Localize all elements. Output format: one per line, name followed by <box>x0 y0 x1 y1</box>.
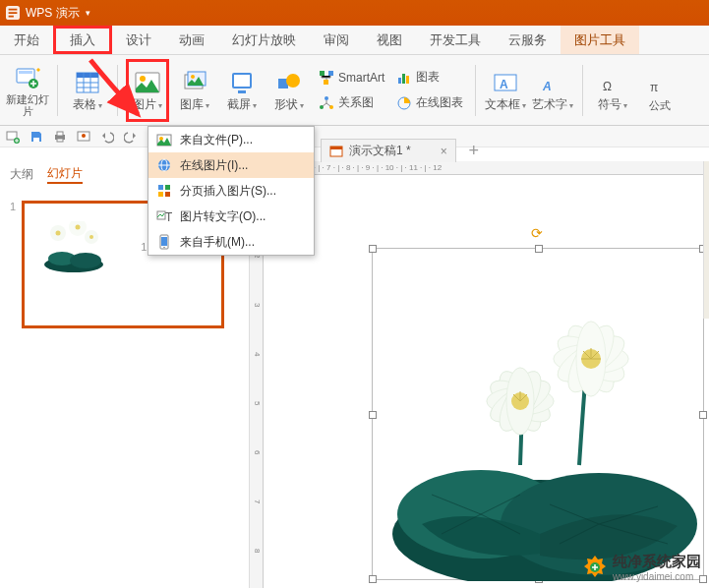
main-area: 大纲 幻灯片 1 1 · 4 · | · 5 · | · 6 · | · 7 ·… <box>0 161 709 588</box>
svg-rect-85 <box>330 147 342 149</box>
wordart-button[interactable]: A 艺术字▾ <box>531 59 574 122</box>
svg-rect-5 <box>77 73 98 78</box>
tab-outline[interactable]: 大纲 <box>10 166 33 183</box>
table-button[interactable]: 表格▾ <box>66 59 109 122</box>
shapes-icon <box>275 69 303 96</box>
separator <box>117 65 118 116</box>
menu-picture-tools[interactable]: 图片工具 <box>561 26 639 54</box>
qat-preview-icon[interactable] <box>77 130 90 144</box>
picture-icon <box>134 69 161 96</box>
app-title: WPS 演示 <box>26 5 80 22</box>
dd-to-text[interactable]: T 图片转文字(O)... <box>148 204 314 229</box>
rotate-handle-icon[interactable]: ⟳ <box>531 225 547 241</box>
textbox-icon: A <box>492 69 519 96</box>
svg-rect-2 <box>19 71 32 74</box>
formula-button[interactable]: π 公式 <box>638 59 681 122</box>
app-logo-icon <box>6 6 20 20</box>
tab-slides[interactable]: 幻灯片 <box>47 165 83 184</box>
paginated-icon <box>156 183 172 199</box>
menu-view[interactable]: 视图 <box>363 26 416 54</box>
doc-tab-1[interactable]: 演示文稿1 * × <box>321 139 456 162</box>
menu-bar: 开始 插入 设计 动画 幻灯片放映 审阅 视图 开发工具 云服务 图片工具 <box>0 26 709 55</box>
svg-rect-97 <box>161 237 167 246</box>
svg-point-42 <box>56 231 61 236</box>
slide-canvas[interactable]: ⟳ <box>264 175 709 588</box>
doc-tab-icon <box>329 145 343 158</box>
menu-insert[interactable]: 插入 <box>53 26 112 54</box>
screenshot-button[interactable]: 截屏▾ <box>220 59 264 122</box>
table-icon <box>74 69 101 96</box>
new-slide-button[interactable]: 新建幻灯片 <box>6 59 49 122</box>
right-side-strip <box>703 161 709 319</box>
svg-rect-23 <box>406 76 409 84</box>
close-tab-icon[interactable]: × <box>441 145 447 158</box>
title-bar: WPS 演示 ▾ <box>0 0 709 26</box>
screenshot-icon <box>228 69 256 96</box>
lotus-image[interactable] <box>373 249 705 581</box>
from-phone-icon <box>156 234 172 250</box>
svg-point-7 <box>140 76 146 82</box>
svg-rect-16 <box>328 71 333 76</box>
svg-rect-17 <box>324 80 328 85</box>
canvas-area: · 4 · | · 5 · | · 6 · | · 7 · | · 8 · | … <box>250 161 709 588</box>
chart-button[interactable]: 图表 <box>392 67 467 88</box>
from-file-icon <box>156 132 172 147</box>
qat-print-icon[interactable] <box>53 130 67 144</box>
shapes-button[interactable]: 形状▾ <box>267 59 311 122</box>
symbol-button[interactable]: Ω 符号▾ <box>591 59 634 122</box>
svg-point-44 <box>76 225 81 230</box>
textbox-button[interactable]: A 文本框▾ <box>484 59 527 122</box>
svg-text:A: A <box>542 80 552 93</box>
to-text-icon: T <box>156 208 172 224</box>
online-icon <box>156 157 172 173</box>
menu-devtools[interactable]: 开发工具 <box>416 26 495 54</box>
svg-point-98 <box>163 247 165 249</box>
dd-online[interactable]: 在线图片(I)... <box>148 152 314 178</box>
qat-undo-icon[interactable] <box>100 130 114 144</box>
formula-icon: π <box>646 70 674 97</box>
svg-rect-22 <box>402 74 405 84</box>
svg-rect-34 <box>57 132 63 136</box>
menu-design[interactable]: 设计 <box>112 26 165 54</box>
dd-paginated[interactable]: 分页插入图片(S)... <box>148 178 314 204</box>
separator <box>57 65 58 116</box>
svg-rect-35 <box>57 139 63 142</box>
new-slide-icon <box>14 64 41 91</box>
document-tabs: 演示文稿1 * × + <box>321 139 486 162</box>
qat-new-slide-icon[interactable] <box>6 130 20 144</box>
menu-animation[interactable]: 动画 <box>165 26 218 54</box>
watermark-url: www.yidaimei.com <box>613 571 701 582</box>
qat-redo-icon[interactable] <box>124 130 138 144</box>
svg-point-18 <box>325 96 328 100</box>
online-chart-icon <box>396 95 412 111</box>
watermark: 纯净系统家园 www.yidaimei.com <box>581 553 701 582</box>
watermark-brand: 纯净系统家园 <box>613 553 701 571</box>
gallery-button[interactable]: 图库▾ <box>173 59 216 122</box>
menu-slideshow[interactable]: 幻灯片放映 <box>218 26 310 54</box>
gallery-icon <box>181 69 208 96</box>
qat-save-icon[interactable] <box>30 130 43 144</box>
smartart-button[interactable]: SmartArt <box>315 67 388 88</box>
picture-dropdown: 来自文件(P)... 在线图片(I)... 分页插入图片(S)... T 图片转… <box>148 126 315 256</box>
menu-cloud[interactable]: 云服务 <box>495 26 561 54</box>
dd-from-phone[interactable]: 来自手机(M)... <box>148 229 314 255</box>
watermark-icon <box>581 554 609 581</box>
title-dropdown-icon[interactable]: ▾ <box>86 8 90 18</box>
svg-text:T: T <box>165 210 172 224</box>
wordart-icon: A <box>539 69 566 96</box>
menu-start[interactable]: 开始 <box>0 26 53 54</box>
svg-rect-90 <box>158 185 163 190</box>
dd-from-file[interactable]: 来自文件(P)... <box>148 127 314 152</box>
relation-button[interactable]: 关系图 <box>315 92 388 114</box>
slide-number: 1 <box>10 201 16 574</box>
add-tab-button[interactable]: + <box>462 141 486 161</box>
svg-rect-12 <box>234 75 250 87</box>
selection-box[interactable]: ⟳ <box>372 248 704 580</box>
svg-text:Ω: Ω <box>603 80 612 93</box>
online-chart-button[interactable]: 在线图表 <box>392 92 467 114</box>
picture-button[interactable]: 图片▾ <box>126 59 169 122</box>
svg-point-10 <box>191 75 195 79</box>
svg-rect-93 <box>165 192 170 197</box>
menu-review[interactable]: 审阅 <box>310 26 363 54</box>
svg-point-14 <box>286 74 300 88</box>
